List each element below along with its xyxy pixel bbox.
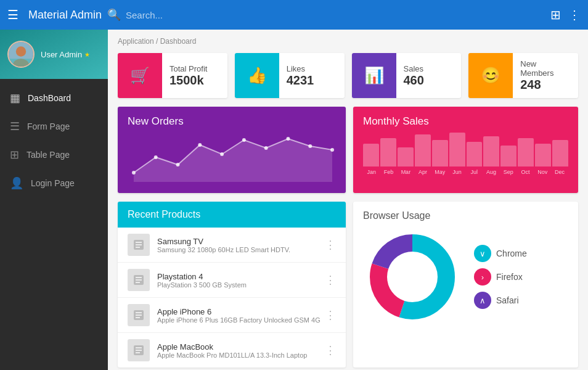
donut-chart (363, 228, 462, 326)
monthly-sales-card: Monthly Sales JanFebMarAprMayJunJulAugSe… (353, 107, 578, 193)
search-input[interactable] (126, 10, 249, 20)
bar-mar (398, 147, 414, 166)
browser-usage-content: ∨ Chrome › Firefox ∧ Safari (363, 228, 568, 326)
browser-usage-title: Browser Usage (363, 210, 568, 221)
topnav-actions: ⊞ ⋮ (550, 7, 581, 22)
legend-item-firefox: › Firefox (474, 268, 527, 286)
legend-item-chrome: ∨ Chrome (474, 245, 527, 262)
recent-products-title: Recent Products (128, 209, 200, 220)
monthly-sales-title: Monthly Sales (363, 115, 568, 128)
svg-point-4 (132, 171, 136, 175)
product-name-2: Apple iPhone 6 (157, 307, 325, 316)
product-icon-2 (128, 304, 150, 326)
svg-point-11 (286, 137, 290, 141)
product-info-3: Apple MacBook Apple MacBook Pro MD101LL/… (157, 342, 325, 359)
svg-rect-17 (136, 247, 140, 248)
svg-rect-16 (136, 244, 142, 245)
svg-point-9 (242, 138, 246, 142)
stats-row: 🛒 Total Profit 1500k 👍 Likes 4231 📊 Sale… (118, 53, 578, 98)
main-container: User Admin ★ ▦ DashBoard ☰ Form Page ⊞ T… (0, 30, 588, 370)
product-info-0: Samsung TV Samsung 32 1080p 60Hz LED Sma… (157, 237, 325, 253)
bar-label-oct: Oct (517, 169, 534, 175)
stat-info-sales: Sales 460 (396, 53, 431, 98)
bar-apr (415, 134, 431, 166)
stat-value-profit: 1500k (169, 73, 207, 88)
sidebar-nav: ▦ DashBoard ☰ Form Page ⊞ Table Page 👤 L… (0, 79, 108, 370)
bar-label-jan: Jan (363, 169, 380, 175)
sidebar-item-table[interactable]: ⊞ Table Page (0, 141, 108, 169)
legend: ∨ Chrome › Firefox ∧ Safari (474, 245, 527, 309)
sidebar-item-label-table: Table Page (27, 150, 70, 160)
sidebar-item-label-form: Form Page (27, 121, 70, 131)
product-desc-2: Apple iPhone 6 Plus 16GB Factory Unlocke… (157, 316, 325, 324)
topnav: ☰ Material Admin 🔍 ⊞ ⋮ (0, 0, 588, 30)
product-menu-2[interactable]: ⋮ (325, 308, 336, 322)
stat-label-sales: Sales (404, 64, 424, 73)
svg-rect-29 (136, 352, 140, 353)
browser-usage-card: Browser Usage ∨ Chrome › Firefox ∧ Safar… (353, 202, 578, 368)
bar-label-jul: Jul (466, 169, 483, 175)
charts-row: New Orders Monthly Sales (118, 107, 578, 193)
product-item: Samsung TV Samsung 32 1080p 60Hz LED Sma… (118, 228, 346, 263)
bar-sep (500, 146, 517, 166)
app-title: Material Admin (28, 9, 102, 22)
bar-label-sep: Sep (500, 169, 517, 175)
sidebar-item-login[interactable]: 👤 Login Page (0, 169, 108, 197)
legend-dot-safari: ∧ (474, 292, 491, 309)
bar-nov (535, 144, 551, 166)
product-menu-3[interactable]: ⋮ (325, 343, 336, 357)
bar-feb (380, 138, 396, 166)
legend-item-safari: ∧ Safari (474, 292, 527, 309)
bar-label-aug: Aug (483, 169, 500, 175)
product-name-0: Samsung TV (157, 237, 325, 246)
bar-may (432, 140, 448, 166)
product-menu-1[interactable]: ⋮ (325, 273, 336, 287)
menu-icon[interactable]: ☰ (7, 7, 18, 22)
product-info-2: Apple iPhone 6 Apple iPhone 6 Plus 16GB … (157, 307, 325, 324)
product-icon-1 (128, 269, 150, 291)
stat-icon-members: 😊 (468, 53, 513, 98)
product-item: Playstation 4 PlayStation 3 500 GB Syste… (118, 263, 346, 298)
stat-card-likes: 👍 Likes 4231 (235, 53, 345, 98)
bar-oct (518, 138, 534, 166)
sidebar: User Admin ★ ▦ DashBoard ☰ Form Page ⊞ T… (0, 30, 108, 370)
legend-label-safari: Safari (496, 295, 519, 305)
legend-dot-chrome: ∨ (474, 245, 491, 262)
product-menu-0[interactable]: ⋮ (325, 238, 336, 252)
svg-rect-24 (136, 314, 142, 316)
grid-icon[interactable]: ⊞ (550, 7, 561, 22)
product-info-1: Playstation 4 PlayStation 3 500 GB Syste… (157, 272, 325, 289)
bar-jun (449, 133, 465, 166)
stat-icon-likes: 👍 (235, 53, 279, 98)
product-desc-0: Samsung 32 1080p 60Hz LED Smart HDTV. (157, 246, 325, 253)
new-orders-title: New Orders (128, 115, 336, 128)
legend-label-firefox: Firefox (496, 272, 523, 282)
bar-dec (552, 140, 568, 166)
stat-card-members: 😊 New Members 248 (468, 53, 578, 98)
recent-products-header: Recent Products (118, 202, 346, 228)
search-bar: 🔍 (107, 8, 545, 22)
bar-label-jun: Jun (449, 169, 466, 175)
svg-point-12 (308, 144, 312, 148)
svg-rect-21 (136, 282, 140, 283)
bar-label-may: May (431, 169, 449, 175)
sidebar-user: User Admin ★ (0, 30, 108, 79)
sidebar-star: ★ (84, 51, 90, 58)
product-item: Apple MacBook Apple MacBook Pro MD101LL/… (118, 333, 346, 368)
more-icon[interactable]: ⋮ (568, 7, 581, 22)
search-icon: 🔍 (107, 8, 121, 22)
recent-products-card: Recent Products Samsung TV Samsung 32 10… (118, 202, 346, 368)
form-icon: ☰ (10, 120, 20, 133)
product-item: Apple iPhone 6 Apple iPhone 6 Plus 16GB … (118, 298, 346, 333)
stat-info-likes: Likes 4231 (279, 53, 322, 98)
stat-label-likes: Likes (287, 64, 314, 73)
bar-label-dec: Dec (551, 169, 568, 175)
svg-point-7 (198, 143, 202, 147)
stat-info-profit: Total Profit 1500k (162, 53, 214, 98)
legend-dot-firefox: › (474, 268, 491, 286)
sidebar-item-dashboard[interactable]: ▦ DashBoard (0, 84, 108, 112)
svg-point-1 (16, 46, 26, 56)
product-desc-3: Apple MacBook Pro MD101LL/A 13.3-Inch La… (157, 352, 325, 359)
sidebar-item-form[interactable]: ☰ Form Page (0, 112, 108, 141)
stat-label-members: New Members (520, 59, 571, 78)
